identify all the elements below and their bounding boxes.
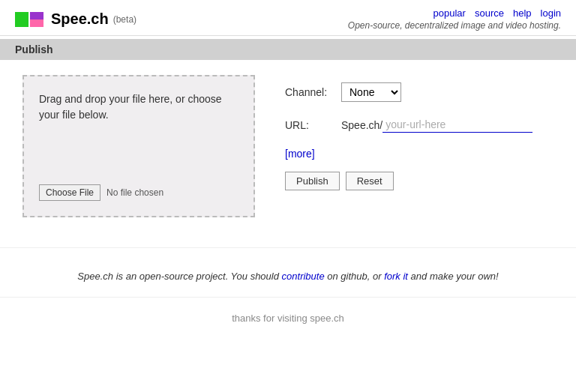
logo-link[interactable]: Spee.ch [51,10,109,28]
main-content: Drag and drop your file here, or choose … [0,60,576,232]
action-buttons: Publish Reset [285,172,554,190]
logo-icon [15,12,44,27]
channel-row: Channel: None [285,82,554,102]
publish-bar-label: Publish [15,43,53,55]
nav-links: popular source help login [434,7,561,19]
beta-label: (beta) [113,14,136,25]
file-input-area: Choose File No file chosen [39,184,238,201]
drop-zone-text: Drag and drop your file here, or choose … [39,91,238,123]
more-link[interactable]: [more] [285,148,315,160]
tagline: Open-source, decentralized image and vid… [348,20,561,31]
nav-login[interactable]: login [541,7,561,19]
footer-text-after: and make your own! [408,271,499,282]
choose-file-button[interactable]: Choose File [39,184,100,201]
more-row: [more] [285,148,554,160]
header-nav: popular source help login Open-source, d… [348,7,561,31]
reset-button[interactable]: Reset [346,172,394,190]
url-input[interactable] [382,117,532,133]
contribute-link[interactable]: contribute [282,271,325,282]
logo-area: Spee.ch (beta) [15,10,136,28]
channel-select[interactable]: None [341,82,401,102]
url-prefix: Spee.ch/ [341,119,382,131]
right-form: Channel: None URL: Spee.ch/ [more] Publi… [285,75,554,217]
footer-text-middle: on github, or [325,271,385,282]
nav-help[interactable]: help [513,7,532,19]
url-input-area: Spee.ch/ [341,117,532,133]
footer-bottom: thanks for visiting spee.ch [0,297,576,339]
channel-label: Channel: [285,86,341,98]
footer-info: Spee.ch is an open-source project. You s… [0,247,576,289]
url-label: URL: [285,119,341,131]
publish-button[interactable]: Publish [285,172,340,190]
thanks-text: thanks for visiting spee.ch [232,313,344,324]
fork-link[interactable]: fork it [384,271,408,282]
nav-source[interactable]: source [475,7,504,19]
drop-zone[interactable]: Drag and drop your file here, or choose … [22,75,255,217]
publish-bar: Publish [0,39,576,60]
footer-text-before: Spee.ch is an open-source project. You s… [77,271,281,282]
url-row: URL: Spee.ch/ [285,117,554,133]
site-header: Spee.ch (beta) popular source help login… [0,0,576,36]
nav-popular[interactable]: popular [434,7,466,19]
no-file-label: No file chosen [106,187,164,198]
